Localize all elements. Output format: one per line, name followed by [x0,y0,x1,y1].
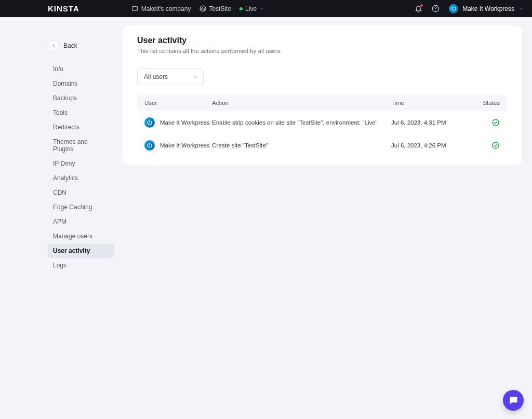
help-button[interactable] [432,5,440,12]
breadcrumb-company[interactable]: Makeit's company [131,5,191,12]
chat-fab[interactable] [503,390,524,411]
breadcrumb: Makeit's company TestSite Live [131,5,264,12]
sidebar-item-tools[interactable]: Tools [48,105,114,120]
logo[interactable]: KINSTA [48,4,79,13]
sidebar-item-backups[interactable]: Backups [48,91,114,105]
avatar [144,117,155,128]
sidebar-item-logs[interactable]: Logs [48,258,114,273]
page-subtitle: This list contains all the actions perfo… [137,48,507,54]
power-icon [147,119,153,126]
sidebar-item-apm[interactable]: APM [48,214,114,229]
env-live-dot-icon [240,7,243,10]
sidebar-item-redirects[interactable]: Redirects [48,120,114,134]
breadcrumb-env-label: Live [245,5,257,12]
notifications-button[interactable] [415,5,422,12]
table-row: Make It Workpress Create site "TestSite"… [137,134,507,157]
row-user-cell: Make It Workpress [144,117,212,128]
svg-point-4 [493,142,499,148]
page-layout: Back Info Domains Backups Tools Redirect… [0,17,532,283]
breadcrumb-company-label: Makeit's company [141,5,191,12]
svg-point-3 [493,119,499,126]
user-menu-label: Make It Workpress [462,5,514,12]
back-label: Back [63,42,77,49]
row-user-name: Make It Workpress [160,142,210,148]
wordpress-icon [199,5,206,12]
breadcrumb-site-label: TestSite [209,5,231,12]
breadcrumb-env[interactable]: Live [240,5,264,12]
row-time: Jul 6, 2023, 4:26 PM [391,142,472,148]
user-filter-select[interactable]: All users [137,69,204,85]
col-status: Status [472,100,500,106]
status-ok-icon [472,141,500,150]
row-time: Jul 6, 2023, 4:31 PM [391,119,472,126]
chevron-down-icon [259,6,264,11]
sidebar-item-edge-caching[interactable]: Edge Caching [48,200,114,214]
status-ok-icon [472,118,500,127]
company-icon [131,5,139,12]
sidebar-item-info[interactable]: Info [48,62,114,76]
row-user-name: Make It Workpress [160,119,210,126]
arrow-left-icon [48,40,59,51]
col-user: User [144,100,212,106]
main-card: User activity This list contains all the… [123,25,522,165]
col-action: Action [212,100,391,106]
sidebar-item-cdn[interactable]: CDN [48,185,114,200]
sidebar-item-manage-users[interactable]: Manage users [48,229,114,244]
back-button[interactable]: Back [48,40,114,62]
row-action: Create site "TestSite" [212,142,391,148]
avatar [449,4,458,13]
sidebar-item-ip-deny[interactable]: IP Deny [48,156,114,171]
header-right: Make It Workpress [415,4,524,13]
power-icon [147,142,153,148]
user-menu[interactable]: Make It Workpress [449,4,524,13]
row-user-cell: Make It Workpress [144,140,212,151]
chat-icon [508,395,518,406]
sidebar-item-themes-plugins[interactable]: Themes and Plugins [48,134,114,156]
sidebar-item-user-activity[interactable]: User activity [48,244,114,258]
breadcrumb-site[interactable]: TestSite [199,5,231,12]
notification-dot-icon [420,4,423,7]
col-time: Time [391,100,472,106]
sidebar-nav: Info Domains Backups Tools Redirects The… [48,62,114,273]
page-title: User activity [137,36,507,45]
top-header: KINSTA Makeit's company TestSite Live [0,0,532,17]
avatar [144,140,155,151]
table-header: User Action Time Status [137,94,507,111]
sidebar: Back Info Domains Backups Tools Redirect… [48,32,114,273]
chevron-down-icon [518,6,524,11]
svg-rect-0 [132,7,138,11]
user-filter-label: All users [144,73,168,80]
sidebar-item-domains[interactable]: Domains [48,76,114,91]
power-icon [451,6,457,11]
sidebar-item-analytics[interactable]: Analytics [48,171,114,185]
help-circle-icon [432,5,440,12]
row-action: Enable strip cookies on site site "TestS… [212,119,391,126]
table-row: Make It Workpress Enable strip cookies o… [137,111,507,134]
chevron-down-icon [193,74,198,79]
